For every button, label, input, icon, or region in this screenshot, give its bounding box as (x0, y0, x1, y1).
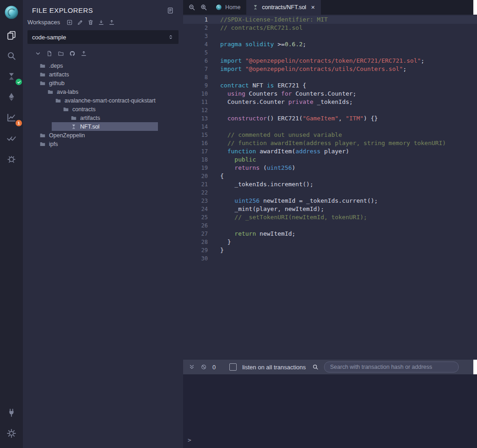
code-line[interactable]: constructor() ERC721("GameItem", "ITM") … (208, 114, 378, 123)
terminal-output[interactable]: > (183, 374, 477, 448)
create-workspace-button[interactable] (66, 19, 73, 26)
tree-item-OpenZeppelin[interactable]: OpenZeppelin (23, 131, 183, 140)
line-number: 14 (183, 123, 208, 131)
collapse-all-button[interactable] (35, 50, 41, 57)
line-number: 15 (183, 131, 208, 139)
tab-contracts-nft-sol[interactable]: contracts/NFT.sol✕ (246, 0, 321, 15)
code-line[interactable]: import "@openzeppelin/contracts/token/ER… (208, 57, 424, 65)
code-line[interactable]: { (208, 172, 224, 180)
line-number: 11 (183, 98, 208, 106)
remix-home-button[interactable] (0, 0, 23, 25)
code-line[interactable] (208, 106, 220, 114)
static-analysis-icon (6, 113, 16, 123)
new-folder-button[interactable] (58, 50, 64, 57)
workspace-select[interactable]: code-sample (27, 30, 179, 44)
tree-item-label: NFT.sol (80, 124, 99, 130)
tree-item-ava-labs[interactable]: ava-labs (23, 87, 183, 96)
code-line[interactable] (208, 221, 220, 230)
download-workspaces-icon (98, 19, 104, 26)
tree-item-contracts[interactable]: contracts (23, 105, 183, 113)
zoom-out-button[interactable] (186, 0, 198, 15)
code-line[interactable]: pragma solidity >=0.6.2; (208, 40, 306, 49)
line-number: 18 (183, 156, 208, 164)
code-line[interactable]: // _setTokenURI(newItemId, tokenURI); (208, 213, 367, 221)
code-line[interactable]: //SPDX-License-Identifier: MIT (208, 16, 328, 24)
folder-icon (47, 89, 54, 95)
tree-item-avalanche-smart-contract-quickstart[interactable]: avalanche-smart-contract-quickstart (23, 96, 183, 105)
code-line[interactable] (208, 73, 220, 81)
close-tab-icon[interactable]: ✕ (311, 5, 315, 11)
tree-item-github[interactable]: github (23, 79, 183, 87)
tree-item-inner: OpenZeppelin (39, 131, 85, 140)
code-line[interactable]: // function awardItem(address player, st… (208, 139, 446, 147)
tree-item-.deps[interactable]: .deps (23, 61, 183, 70)
code-line[interactable] (208, 254, 220, 263)
code-line[interactable] (208, 49, 220, 57)
tree-item-label: avalanche-smart-contract-quickstart (65, 97, 156, 104)
code-line[interactable]: } (208, 246, 224, 254)
code-line[interactable]: uint256 newItemId = _tokenIds.current(); (208, 197, 378, 205)
code-line[interactable]: return newItemId; (208, 230, 295, 238)
tab-home[interactable]: Home (210, 0, 246, 15)
github-actions-button[interactable] (69, 50, 76, 57)
line-number: 28 (183, 238, 208, 246)
activity-static-analysis[interactable]: 1 (0, 107, 23, 128)
code-line[interactable]: _tokenIds.increment(); (208, 180, 314, 189)
activity-solidity-compiler[interactable] (0, 66, 23, 86)
create-workspace-icon (66, 19, 73, 26)
code-line[interactable]: contract NFT is ERC721 { (208, 81, 306, 90)
new-file-button[interactable] (46, 50, 53, 57)
line-number: 3 (183, 32, 208, 40)
code-line[interactable] (208, 32, 220, 40)
solidity-tab-icon (252, 4, 259, 11)
terminal-search-input[interactable] (324, 362, 459, 372)
code-line-row: 4pragma solidity >=0.6.2; (183, 40, 477, 49)
code-line-row: 16 // function awardItem(address player,… (183, 139, 477, 147)
activity-settings[interactable] (0, 423, 23, 443)
static-analysis-badge: 1 (16, 120, 22, 126)
activity-deploy-run[interactable] (0, 86, 23, 107)
code-line[interactable]: function awardItem(address player) (208, 147, 349, 156)
activity-unit-testing[interactable] (0, 128, 23, 148)
code-line[interactable]: // commented out unused variable (208, 131, 342, 139)
tree-item-inner: artifacts (39, 70, 69, 79)
tree-item-ipfs[interactable]: ipfs (23, 140, 183, 148)
code-line[interactable] (208, 189, 220, 197)
delete-workspace-button[interactable] (87, 19, 94, 26)
zoom-in-button[interactable] (198, 0, 210, 15)
activity-file-explorer[interactable] (0, 25, 23, 45)
remix-ide: 1 FILE EXPLORERS Workspaces code-sample … (0, 0, 477, 448)
activity-plugin-manager[interactable] (0, 402, 23, 423)
delete-workspace-icon (87, 19, 94, 26)
code-line[interactable] (208, 123, 220, 131)
tree-item-NFT.sol[interactable]: NFT.sol (23, 122, 183, 131)
restore-workspace-icon (108, 19, 115, 26)
tree-item-artifacts[interactable]: artifacts (23, 70, 183, 79)
code-line[interactable]: // contracts/ERC721.sol (208, 24, 303, 32)
listen-transactions-checkbox[interactable] (229, 363, 237, 371)
tree-item-label: ava-labs (57, 89, 78, 95)
code-line[interactable]: import "@openzeppelin/contracts/utils/Co… (208, 65, 407, 73)
activity-debugger[interactable] (0, 148, 23, 169)
restore-workspace-button[interactable] (108, 19, 115, 26)
code-line[interactable]: } (208, 238, 231, 246)
activity-search[interactable] (0, 45, 23, 66)
rename-workspace-button[interactable] (77, 19, 83, 26)
tree-item-label: artifacts (49, 71, 69, 78)
accordion-toggle-button[interactable] (167, 7, 174, 14)
code-line[interactable]: public (208, 156, 256, 164)
toggle-terminal-button[interactable] (189, 364, 195, 370)
clear-console-button[interactable] (201, 364, 207, 370)
download-workspaces-button[interactable] (98, 19, 104, 26)
code-line[interactable]: returns (uint256) (208, 164, 295, 172)
code-line-row: 3 (183, 32, 477, 40)
code-line[interactable]: _mint(player, newItemId); (208, 205, 324, 213)
tree-item-artifacts[interactable]: artifacts (23, 113, 183, 122)
deploy-run-icon (6, 92, 16, 102)
line-number: 22 (183, 189, 208, 197)
code-line-row: 19 returns (uint256) (183, 164, 477, 172)
publish-workspace-button[interactable] (81, 50, 87, 57)
code-line[interactable]: using Counters for Counters.Counter; (208, 90, 356, 98)
code-line-row: 14 (183, 123, 477, 131)
code-line[interactable]: Counters.Counter private _tokenIds; (208, 98, 353, 106)
